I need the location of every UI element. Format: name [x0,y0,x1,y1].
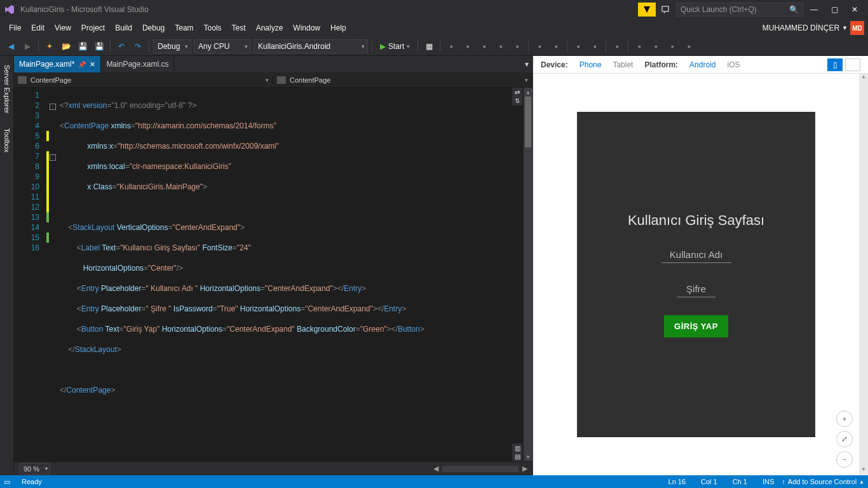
publish-icon[interactable]: ↑ [782,478,785,485]
scroll-up-icon[interactable]: ▲ [859,74,868,83]
tab-mainpage-cs[interactable]: MainPage.xaml.cs [101,56,174,72]
orient-landscape-icon[interactable]: ▭ [845,58,860,71]
zoom-combo[interactable]: 90 % [19,463,50,475]
menu-debug[interactable]: Debug [137,21,170,35]
fold-icon[interactable]: - [50,154,56,161]
status-ready: Ready [14,478,50,485]
menu-file[interactable]: File [4,21,26,35]
preview-scrollbar[interactable]: ▲ ▼ [859,74,868,475]
phone-screen: Kullanıcı Giriş Sayfası Kullanıcı Adı Şi… [577,112,815,437]
status-bar: ▭ Ready Ln 16 Col 1 Ch 1 INS ↑ Add to So… [0,475,868,488]
start-button[interactable]: ▶ Start ▾ [376,39,414,53]
pin-icon[interactable]: 📌 [78,61,86,68]
tb-icon-12[interactable]: ▫ [632,39,646,53]
menu-test[interactable]: Test [227,21,251,35]
device-phone[interactable]: Phone [580,60,602,69]
undo-button[interactable]: ↶ [114,39,128,53]
new-project-button[interactable]: ✦ [43,39,57,53]
user-avatar[interactable]: MD [850,21,864,35]
code-area[interactable]: 1 2 3 4 5 6 7 8 9 10 11 12 13 14 15 16 [14,88,532,461]
h-scroll-left-icon[interactable]: ◀ [433,464,438,473]
password-input[interactable]: Şifre [677,281,715,297]
close-tab-icon[interactable]: ✕ [90,60,95,69]
user-dropdown-icon[interactable]: ▼ [842,25,848,31]
tb-icon-13[interactable]: ▫ [649,39,663,53]
editor-pane: MainPage.xaml* 📌 ✕ MainPage.xaml.cs ▾ Co… [14,56,532,475]
notifications-icon[interactable] [638,3,656,17]
tb-icon-4[interactable]: ▫ [477,39,491,53]
save-button[interactable]: 💾 [76,39,90,53]
play-icon: ▶ [380,42,386,51]
menu-tools[interactable]: Tools [199,21,227,35]
orient-portrait-icon[interactable]: ▯ [827,58,843,71]
vertical-scrollbar[interactable]: ▲ ▼ [524,88,532,461]
server-explorer-tab[interactable]: Server Explorer [2,60,12,118]
menu-build[interactable]: Build [110,21,137,35]
minimize-button[interactable]: — [804,3,824,17]
code-text[interactable]: <?xml version="1.0" encoding="utf-8" ?> … [60,88,532,461]
nav-fwd-button[interactable]: ▶ [20,39,34,53]
menu-project[interactable]: Project [76,21,110,35]
open-file-button[interactable]: 📂 [59,39,73,53]
config-combo[interactable]: Debug [153,39,191,53]
login-button[interactable]: GİRİŞ YAP [664,315,728,337]
nav-right-combo[interactable]: ContentPage [273,76,532,84]
tabs-overflow-icon[interactable]: ▾ [525,60,529,69]
line-gutter: 1 2 3 4 5 6 7 8 9 10 11 12 13 14 15 16 [14,88,46,461]
horizontal-scrollbar[interactable] [442,466,519,472]
scroll-thumb[interactable] [525,97,531,147]
platform-android[interactable]: Android [689,60,715,69]
menu-view[interactable]: View [50,21,76,35]
close-button[interactable]: ✕ [845,3,864,17]
view-icon-1[interactable]: ▥ [513,445,521,452]
zoom-in-icon[interactable]: ＋ [836,410,853,427]
fold-icon[interactable]: - [50,104,56,110]
feedback-icon[interactable] [657,3,675,17]
source-control-button[interactable]: Add to Source Control [788,478,857,485]
tb-icon-10[interactable]: ▫ [588,39,602,53]
editor-footer: 90 % ◀ ▶ [14,461,532,475]
element-icon [277,76,286,84]
toolbox-tab[interactable]: Toolbox [2,123,12,158]
platform-ios[interactable]: iOS [727,60,740,69]
status-ch: Ch 1 [725,478,755,485]
redo-button[interactable]: ↷ [131,39,145,53]
tb-icon-8[interactable]: ▫ [549,39,563,53]
menu-analyze[interactable]: Analyze [251,21,288,35]
device-tablet[interactable]: Tablet [613,60,633,69]
tb-icon-7[interactable]: ▫ [532,39,546,53]
save-all-button[interactable]: 💾 [92,39,106,53]
maximize-button[interactable]: ▢ [825,3,844,17]
user-name[interactable]: MUHAMMED DİNÇER [763,24,839,32]
startup-project-combo[interactable]: KullaniciGiris.Android [254,39,368,53]
platform-combo[interactable]: Any CPU [194,39,251,53]
menu-edit[interactable]: Edit [26,21,50,35]
menu-help[interactable]: Help [325,21,351,35]
scroll-up-icon[interactable]: ▲ [524,88,532,97]
tb-icon-3[interactable]: ▫ [461,39,475,53]
menu-window[interactable]: Window [288,21,325,35]
username-input[interactable]: Kullanıcı Adı [661,247,731,263]
menu-team[interactable]: Team [170,21,198,35]
tb-icon-11[interactable]: ▫ [610,39,624,53]
tab-mainpage-xaml[interactable]: MainPage.xaml* 📌 ✕ [14,56,101,72]
nav-left-combo[interactable]: ContentPage [14,76,273,84]
zoom-fit-icon[interactable]: ⤢ [836,431,853,447]
tb-icon-14[interactable]: ▫ [665,39,679,53]
tb-icon-5[interactable]: ▫ [494,39,508,53]
scroll-down-icon[interactable]: ▼ [524,452,532,461]
tb-icon-2[interactable]: ▫ [444,39,458,53]
chevron-up-icon[interactable]: ▲ [859,479,864,485]
tb-icon-1[interactable]: ▦ [422,39,436,53]
tb-icon-15[interactable]: ▫ [682,39,696,53]
h-scroll-right-icon[interactable]: ▶ [522,464,527,473]
scroll-down-icon[interactable]: ▼ [859,466,868,475]
tb-icon-9[interactable]: ▫ [571,39,585,53]
zoom-out-icon[interactable]: － [836,451,853,468]
quick-launch-input[interactable]: Quick Launch (Ctrl+Q) 🔍 [676,3,803,17]
nav-back-button[interactable]: ◀ [4,39,18,53]
view-icon-2[interactable]: ▤ [513,453,521,460]
tb-icon-6[interactable]: ▫ [510,39,524,53]
split-v-icon[interactable]: ⇅ [513,97,521,104]
split-h-icon[interactable]: ⇄ [513,89,521,96]
